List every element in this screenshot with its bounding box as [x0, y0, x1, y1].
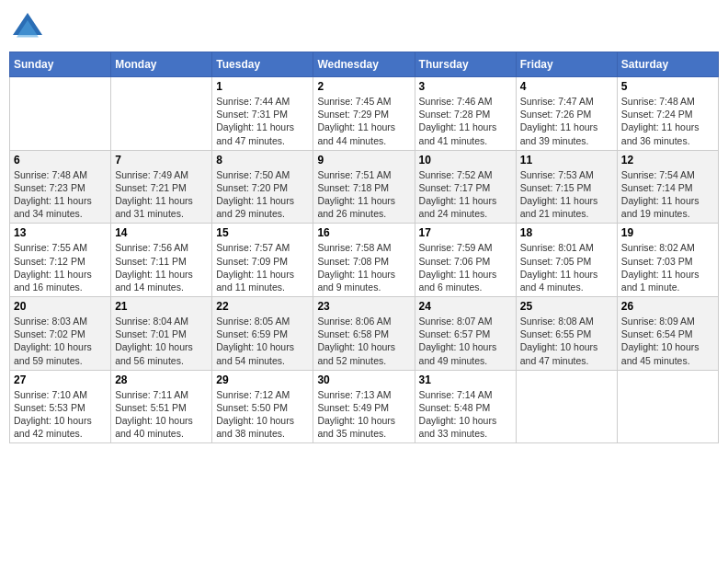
week-row-2: 6Sunrise: 7:48 AM Sunset: 7:23 PM Daylig…: [10, 150, 719, 224]
day-info: Sunrise: 8:06 AM Sunset: 6:58 PM Dayligh…: [317, 315, 410, 367]
header-row: SundayMondayTuesdayWednesdayThursdayFrid…: [10, 52, 719, 77]
day-number: 28: [115, 373, 208, 386]
day-info: Sunrise: 8:07 AM Sunset: 6:57 PM Dayligh…: [419, 315, 512, 367]
week-row-3: 13Sunrise: 7:55 AM Sunset: 7:12 PM Dayli…: [10, 224, 719, 297]
day-cell: [516, 370, 617, 443]
day-number: 9: [317, 154, 410, 167]
header-tuesday: Tuesday: [212, 52, 313, 77]
day-info: Sunrise: 8:09 AM Sunset: 6:54 PM Dayligh…: [621, 315, 714, 367]
day-number: 14: [115, 226, 208, 239]
day-cell: 11Sunrise: 7:53 AM Sunset: 7:15 PM Dayli…: [516, 150, 617, 224]
day-info: Sunrise: 8:01 AM Sunset: 7:05 PM Dayligh…: [520, 241, 613, 293]
day-cell: 31Sunrise: 7:14 AM Sunset: 5:48 PM Dayli…: [415, 370, 516, 443]
day-info: Sunrise: 7:46 AM Sunset: 7:28 PM Dayligh…: [419, 95, 512, 147]
day-info: Sunrise: 7:13 AM Sunset: 5:49 PM Dayligh…: [317, 388, 410, 441]
day-cell: 19Sunrise: 8:02 AM Sunset: 7:03 PM Dayli…: [617, 224, 718, 297]
day-cell: 16Sunrise: 7:58 AM Sunset: 7:08 PM Dayli…: [313, 224, 415, 297]
day-cell: 27Sunrise: 7:10 AM Sunset: 5:53 PM Dayli…: [10, 370, 111, 443]
day-info: Sunrise: 8:08 AM Sunset: 6:55 PM Dayligh…: [520, 315, 613, 367]
day-number: 21: [115, 300, 208, 313]
day-cell: 22Sunrise: 8:05 AM Sunset: 6:59 PM Dayli…: [212, 297, 313, 371]
day-cell: 20Sunrise: 8:03 AM Sunset: 7:02 PM Dayli…: [10, 297, 111, 371]
day-info: Sunrise: 7:10 AM Sunset: 5:53 PM Dayligh…: [14, 388, 107, 441]
day-cell: 3Sunrise: 7:46 AM Sunset: 7:28 PM Daylig…: [415, 77, 516, 151]
day-cell: 6Sunrise: 7:48 AM Sunset: 7:23 PM Daylig…: [10, 150, 111, 224]
day-number: 26: [621, 300, 714, 313]
header-wednesday: Wednesday: [313, 52, 415, 77]
day-number: 15: [216, 226, 309, 239]
day-number: 24: [419, 300, 512, 313]
day-cell: [111, 77, 212, 151]
day-number: 25: [520, 300, 613, 313]
day-info: Sunrise: 7:55 AM Sunset: 7:12 PM Dayligh…: [14, 241, 107, 293]
day-cell: [10, 77, 111, 151]
calendar-table: SundayMondayTuesdayWednesdayThursdayFrid…: [9, 52, 719, 443]
header-sunday: Sunday: [10, 52, 111, 77]
day-cell: 26Sunrise: 8:09 AM Sunset: 6:54 PM Dayli…: [617, 297, 718, 371]
header-thursday: Thursday: [415, 52, 516, 77]
day-number: 1: [216, 80, 309, 93]
day-number: 13: [14, 226, 107, 239]
day-info: Sunrise: 7:56 AM Sunset: 7:11 PM Dayligh…: [115, 241, 208, 293]
day-info: Sunrise: 7:48 AM Sunset: 7:24 PM Dayligh…: [621, 95, 714, 147]
day-cell: 7Sunrise: 7:49 AM Sunset: 7:21 PM Daylig…: [111, 150, 212, 224]
day-cell: 9Sunrise: 7:51 AM Sunset: 7:18 PM Daylig…: [313, 150, 415, 224]
day-number: 8: [216, 154, 309, 167]
day-cell: 1Sunrise: 7:44 AM Sunset: 7:31 PM Daylig…: [212, 77, 313, 151]
day-number: 3: [419, 80, 512, 93]
day-number: 11: [520, 154, 613, 167]
calendar-header: SundayMondayTuesdayWednesdayThursdayFrid…: [10, 52, 719, 77]
day-number: 22: [216, 300, 309, 313]
day-cell: 28Sunrise: 7:11 AM Sunset: 5:51 PM Dayli…: [111, 370, 212, 443]
day-cell: 15Sunrise: 7:57 AM Sunset: 7:09 PM Dayli…: [212, 224, 313, 297]
day-cell: 29Sunrise: 7:12 AM Sunset: 5:50 PM Dayli…: [212, 370, 313, 443]
day-info: Sunrise: 7:53 AM Sunset: 7:15 PM Dayligh…: [520, 168, 613, 221]
calendar-body: 1Sunrise: 7:44 AM Sunset: 7:31 PM Daylig…: [10, 77, 719, 443]
day-number: 5: [621, 80, 714, 93]
day-info: Sunrise: 8:04 AM Sunset: 7:01 PM Dayligh…: [115, 315, 208, 367]
day-info: Sunrise: 7:58 AM Sunset: 7:08 PM Dayligh…: [317, 241, 410, 293]
day-cell: 10Sunrise: 7:52 AM Sunset: 7:17 PM Dayli…: [415, 150, 516, 224]
day-cell: 12Sunrise: 7:54 AM Sunset: 7:14 PM Dayli…: [617, 150, 718, 224]
week-row-4: 20Sunrise: 8:03 AM Sunset: 7:02 PM Dayli…: [10, 297, 719, 371]
day-number: 4: [520, 80, 613, 93]
day-info: Sunrise: 7:11 AM Sunset: 5:51 PM Dayligh…: [115, 388, 208, 441]
day-number: 29: [216, 373, 309, 386]
day-cell: 18Sunrise: 8:01 AM Sunset: 7:05 PM Dayli…: [516, 224, 617, 297]
day-cell: 2Sunrise: 7:45 AM Sunset: 7:29 PM Daylig…: [313, 77, 415, 151]
day-cell: 5Sunrise: 7:48 AM Sunset: 7:24 PM Daylig…: [617, 77, 718, 151]
day-cell: 25Sunrise: 8:08 AM Sunset: 6:55 PM Dayli…: [516, 297, 617, 371]
day-number: 10: [419, 154, 512, 167]
day-number: 23: [317, 300, 410, 313]
day-info: Sunrise: 8:03 AM Sunset: 7:02 PM Dayligh…: [14, 315, 107, 367]
day-info: Sunrise: 7:50 AM Sunset: 7:20 PM Dayligh…: [216, 168, 309, 221]
week-row-5: 27Sunrise: 7:10 AM Sunset: 5:53 PM Dayli…: [10, 370, 719, 443]
header-friday: Friday: [516, 52, 617, 77]
day-info: Sunrise: 7:48 AM Sunset: 7:23 PM Dayligh…: [14, 168, 107, 221]
day-cell: 4Sunrise: 7:47 AM Sunset: 7:26 PM Daylig…: [516, 77, 617, 151]
day-number: 16: [317, 226, 410, 239]
logo: [9, 9, 50, 46]
day-info: Sunrise: 7:49 AM Sunset: 7:21 PM Dayligh…: [115, 168, 208, 221]
day-cell: 8Sunrise: 7:50 AM Sunset: 7:20 PM Daylig…: [212, 150, 313, 224]
day-info: Sunrise: 7:59 AM Sunset: 7:06 PM Dayligh…: [419, 241, 512, 293]
day-number: 6: [14, 154, 107, 167]
day-cell: 21Sunrise: 8:04 AM Sunset: 7:01 PM Dayli…: [111, 297, 212, 371]
day-number: 20: [14, 300, 107, 313]
day-number: 18: [520, 226, 613, 239]
day-info: Sunrise: 8:05 AM Sunset: 6:59 PM Dayligh…: [216, 315, 309, 367]
day-info: Sunrise: 7:12 AM Sunset: 5:50 PM Dayligh…: [216, 388, 309, 441]
day-info: Sunrise: 7:44 AM Sunset: 7:31 PM Dayligh…: [216, 95, 309, 147]
page-header: [9, 9, 719, 46]
week-row-1: 1Sunrise: 7:44 AM Sunset: 7:31 PM Daylig…: [10, 77, 719, 151]
day-info: Sunrise: 7:52 AM Sunset: 7:17 PM Dayligh…: [419, 168, 512, 221]
header-saturday: Saturday: [617, 52, 718, 77]
day-cell: 30Sunrise: 7:13 AM Sunset: 5:49 PM Dayli…: [313, 370, 415, 443]
day-cell: 14Sunrise: 7:56 AM Sunset: 7:11 PM Dayli…: [111, 224, 212, 297]
day-cell: 17Sunrise: 7:59 AM Sunset: 7:06 PM Dayli…: [415, 224, 516, 297]
day-number: 2: [317, 80, 410, 93]
day-cell: 24Sunrise: 8:07 AM Sunset: 6:57 PM Dayli…: [415, 297, 516, 371]
day-number: 30: [317, 373, 410, 386]
day-info: Sunrise: 7:14 AM Sunset: 5:48 PM Dayligh…: [419, 388, 512, 441]
logo-icon: [9, 9, 46, 46]
